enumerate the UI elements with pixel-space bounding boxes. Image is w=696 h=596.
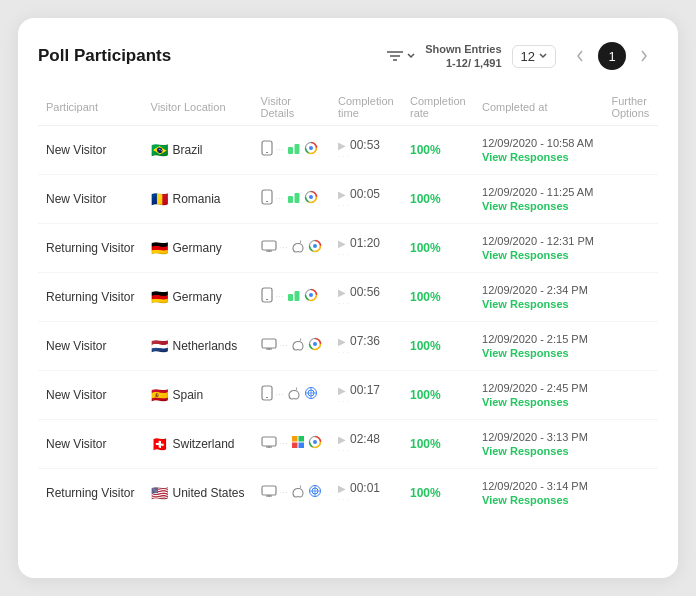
svg-point-45	[313, 440, 317, 444]
participant-name: New Visitor	[38, 370, 143, 419]
os-icon	[287, 386, 301, 403]
dots-decoration: · · ·	[338, 349, 349, 357]
col-participant: Participant	[38, 89, 143, 126]
col-completion-rate: Completion rate	[402, 89, 474, 126]
completion-time: ▶ 01:20 · · ·	[330, 223, 402, 272]
play-icon: ▶	[338, 189, 346, 200]
browser-icon	[304, 288, 318, 305]
per-page-select[interactable]: 12	[512, 45, 556, 68]
play-icon: ▶	[338, 483, 346, 494]
country-name: Germany	[173, 241, 222, 255]
country-flag-icon: 🇳🇱	[151, 338, 168, 354]
completion-time: ▶ 00:56 · · ·	[330, 272, 402, 321]
further-options	[603, 174, 658, 223]
prev-page-button[interactable]	[566, 42, 594, 70]
svg-rect-42	[292, 443, 298, 449]
participant-name: Returning Visitor	[38, 223, 143, 272]
view-responses-link[interactable]: View Responses	[482, 200, 569, 212]
svg-rect-41	[298, 436, 304, 442]
completion-rate: 100%	[402, 370, 474, 419]
svg-point-25	[309, 293, 313, 297]
country-name: Romania	[173, 192, 221, 206]
further-options	[603, 223, 658, 272]
completed-at-value: 12/09/2020 - 10:58 AM	[482, 137, 593, 149]
device-icon	[261, 385, 273, 404]
country-flag-icon: 🇺🇸	[151, 485, 168, 501]
svg-point-19	[313, 244, 317, 248]
svg-point-8	[309, 146, 313, 150]
device-icon	[261, 287, 273, 306]
completion-rate: 100%	[402, 174, 474, 223]
participant-name: New Visitor	[38, 419, 143, 468]
chevron-down-icon	[407, 53, 415, 59]
os-icon	[291, 484, 305, 501]
country-name: Germany	[173, 290, 222, 304]
visitor-location: 🇷🇴 Romania	[143, 174, 253, 223]
completed-at-cell: 12/09/2020 - 10:58 AM View Responses	[474, 125, 603, 174]
completed-at-value: 12/09/2020 - 3:14 PM	[482, 480, 588, 492]
country-flag-icon: 🇩🇪	[151, 289, 168, 305]
header: Poll Participants Shown Entries 1-12/ 1,…	[38, 42, 658, 71]
col-completion-time: Completion time	[330, 89, 402, 126]
country-name: Spain	[173, 388, 204, 402]
next-icon	[640, 50, 648, 62]
col-visitor-details: Visitor Details	[253, 89, 330, 126]
svg-rect-46	[262, 486, 276, 495]
completed-at-value: 12/09/2020 - 11:25 AM	[482, 186, 593, 198]
pagination: 1	[566, 42, 658, 70]
os-icon	[287, 190, 301, 207]
filter-button[interactable]	[387, 49, 415, 63]
svg-rect-40	[292, 436, 298, 442]
device-icon	[261, 485, 277, 501]
country-name: Netherlands	[173, 339, 238, 353]
time-value: 00:56	[350, 285, 380, 299]
view-responses-link[interactable]: View Responses	[482, 347, 569, 359]
dots-decoration: · · ·	[338, 447, 349, 455]
view-responses-link[interactable]: View Responses	[482, 494, 569, 506]
completion-rate: 100%	[402, 321, 474, 370]
os-icon	[291, 239, 305, 256]
visitor-details: ···	[253, 223, 330, 272]
dots-decoration: · · ·	[338, 153, 349, 161]
svg-rect-26	[262, 339, 276, 348]
view-responses-link[interactable]: View Responses	[482, 298, 569, 310]
completion-rate: 100%	[402, 125, 474, 174]
view-responses-link[interactable]: View Responses	[482, 249, 569, 261]
filter-icon	[387, 49, 403, 63]
visitor-details: ···	[253, 419, 330, 468]
completed-at-cell: 12/09/2020 - 2:15 PM View Responses	[474, 321, 603, 370]
table-header: Participant Visitor Location Visitor Det…	[38, 89, 658, 126]
completed-at-value: 12/09/2020 - 12:31 PM	[482, 235, 594, 247]
visitor-details: ···	[253, 174, 330, 223]
participant-name: Returning Visitor	[38, 272, 143, 321]
device-icon	[261, 140, 273, 159]
device-icon	[261, 338, 277, 354]
time-value: 00:53	[350, 138, 380, 152]
completed-at-cell: 12/09/2020 - 11:25 AM View Responses	[474, 174, 603, 223]
per-page-chevron-icon	[539, 53, 547, 59]
completed-at-cell: 12/09/2020 - 2:45 PM View Responses	[474, 370, 603, 419]
svg-rect-15	[262, 241, 276, 250]
dots-decoration: · · ·	[338, 398, 349, 406]
view-responses-link[interactable]: View Responses	[482, 151, 569, 163]
browser-icon	[308, 239, 322, 256]
visitor-details: ···	[253, 321, 330, 370]
visitor-location: 🇩🇪 Germany	[143, 272, 253, 321]
country-name: Brazil	[173, 143, 203, 157]
country-flag-icon: 🇪🇸	[151, 387, 168, 403]
completion-time: ▶ 02:48 · · ·	[330, 419, 402, 468]
play-icon: ▶	[338, 434, 346, 445]
play-icon: ▶	[338, 385, 346, 396]
svg-rect-43	[298, 443, 304, 449]
time-value: 00:01	[350, 481, 380, 495]
view-responses-link[interactable]: View Responses	[482, 445, 569, 457]
next-page-button[interactable]	[630, 42, 658, 70]
country-flag-icon: 🇧🇷	[151, 142, 168, 158]
browser-icon	[304, 190, 318, 207]
current-page-button[interactable]: 1	[598, 42, 626, 70]
table-row: New Visitor 🇪🇸 Spain ···	[38, 370, 658, 419]
prev-icon	[576, 50, 584, 62]
country-name: Switzerland	[173, 437, 235, 451]
view-responses-link[interactable]: View Responses	[482, 396, 569, 408]
country-name: United States	[173, 486, 245, 500]
